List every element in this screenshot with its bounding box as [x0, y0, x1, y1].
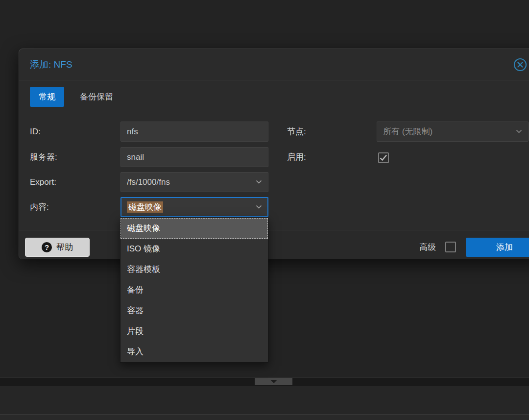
chevron-down-icon	[270, 380, 277, 383]
tab-backup-retention[interactable]: 备份保留	[74, 87, 119, 107]
dropdown-item-container-template[interactable]: 容器模板	[120, 259, 268, 280]
export-value: /fs/1000/fns	[127, 177, 253, 187]
dropdown-item-container[interactable]: 容器	[120, 300, 268, 321]
dropdown-item-iso[interactable]: ISO 镜像	[120, 239, 268, 259]
splitter-collapse-handle[interactable]	[255, 378, 292, 385]
checkmark-icon	[380, 154, 387, 161]
help-button[interactable]: ? 帮助	[25, 238, 90, 257]
close-button[interactable]	[513, 57, 528, 72]
content-label: 内容:	[30, 197, 49, 217]
proxmox-app-background: 添加: NFS 常规 备份保留 ID: 服务器: Export: 内容: /fs…	[0, 0, 529, 420]
log-panel	[0, 386, 529, 414]
nodes-value: 所有 (无限制)	[383, 126, 513, 137]
nodes-select[interactable]: 所有 (无限制)	[377, 122, 529, 142]
dialog-header: 添加: NFS	[19, 49, 529, 80]
chevron-down-icon	[256, 180, 262, 184]
nodes-label: 节点:	[287, 122, 306, 142]
content-dropdown-list: 磁盘映像 ISO 镜像 容器模板 备份 容器 片段 导入	[120, 218, 268, 363]
content-value-selected: 磁盘映像	[127, 201, 163, 213]
server-label: 服务器:	[30, 147, 57, 167]
close-icon	[513, 57, 528, 72]
add-button[interactable]: 添加	[466, 238, 529, 257]
help-icon: ?	[42, 242, 52, 252]
export-select[interactable]: /fs/1000/fns	[120, 172, 268, 192]
enable-label: 启用:	[287, 147, 306, 167]
dialog-tab-bar: 常规 备份保留	[19, 80, 529, 112]
dropdown-item-snippets[interactable]: 片段	[120, 321, 268, 342]
export-label: Export:	[30, 172, 56, 192]
chevron-down-icon	[256, 205, 262, 209]
advanced-checkbox[interactable]	[445, 242, 456, 252]
dropdown-item-import[interactable]: 导入	[120, 342, 268, 362]
add-nfs-dialog: 添加: NFS 常规 备份保留 ID: 服务器: Export: 内容: /fs…	[19, 49, 529, 259]
id-label: ID:	[30, 122, 41, 142]
enable-checkbox[interactable]	[378, 152, 389, 163]
tab-general[interactable]: 常规	[30, 87, 64, 107]
dropdown-item-backup[interactable]: 备份	[120, 280, 268, 300]
dialog-title: 添加: NFS	[30, 49, 72, 80]
dropdown-item-disk-image[interactable]: 磁盘映像	[120, 218, 268, 239]
content-select[interactable]: 磁盘映像	[120, 197, 268, 217]
server-input[interactable]	[120, 147, 268, 167]
dialog-footer: ? 帮助 高级 添加	[19, 230, 529, 259]
advanced-label: 高级	[419, 238, 436, 257]
id-input[interactable]	[120, 122, 268, 142]
help-button-label: 帮助	[56, 242, 73, 253]
status-bar	[0, 414, 529, 420]
chevron-down-icon	[516, 129, 522, 134]
